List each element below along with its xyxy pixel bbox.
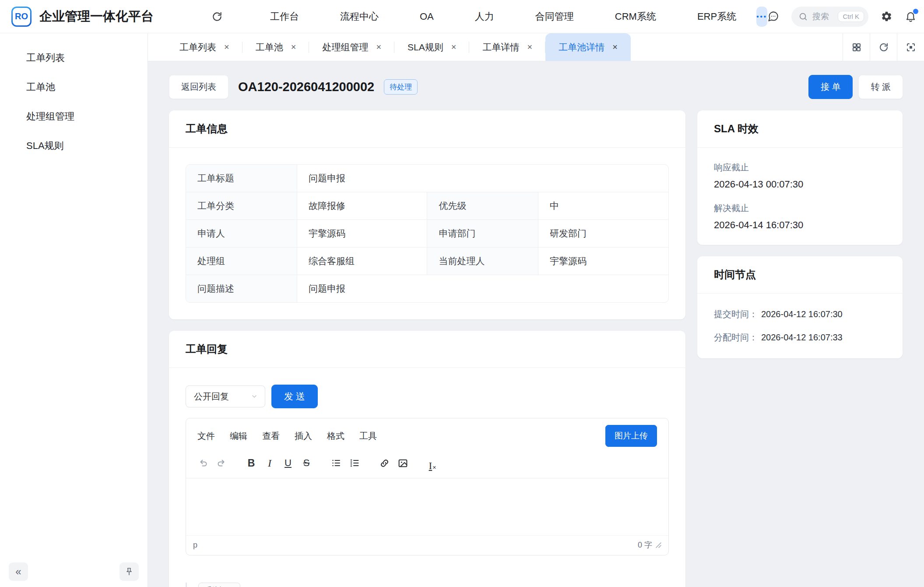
nav-item-process-center[interactable]: 流程中心 <box>340 10 379 23</box>
chevron-down-icon <box>251 393 258 400</box>
numbered-list-icon[interactable] <box>345 454 364 472</box>
timeline-label: 分配时间： <box>714 332 758 343</box>
editor-resize-handle[interactable] <box>656 542 661 548</box>
field-label: 问题描述 <box>186 275 297 303</box>
sidebar: 工单列表 工单池 处理组管理 SLA规则 « <box>0 33 148 587</box>
tab-close-icon[interactable]: × <box>612 42 618 52</box>
tabs: 工单列表 × 工单池 × 处理组管理 × SLA规则 × 工单详情 × <box>166 33 631 61</box>
reply-records: 系统记录 2026-04-12 16:07:33 工单审批通过，进入待处理 <box>186 583 669 587</box>
nav-item-hr[interactable]: 人力 <box>475 10 494 23</box>
timeline-card: 时间节点 提交时间： 2026-04-12 16:07:30 分配时间： 202… <box>697 256 903 358</box>
table-row: 工单分类 故障报修 优先级 中 <box>186 192 668 220</box>
sla-response-label: 响应截止 <box>714 162 886 173</box>
strikethrough-icon[interactable]: S <box>297 454 316 472</box>
tab-label: 处理组管理 <box>322 41 368 53</box>
nav-item-contract[interactable]: 合同管理 <box>535 10 574 23</box>
tab-grid-layout-icon[interactable] <box>843 33 870 61</box>
underline-icon[interactable]: U <box>279 454 297 472</box>
tab-close-icon[interactable]: × <box>224 42 229 52</box>
editor-menu-insert[interactable]: 插入 <box>295 430 312 442</box>
nav-item-erp[interactable]: ERP系统 <box>697 10 736 23</box>
image-upload-button[interactable]: 图片上传 <box>605 425 657 447</box>
field-label: 当前处理人 <box>427 248 538 275</box>
field-value: 故障报修 <box>297 192 427 220</box>
tab-ticket-detail[interactable]: 工单详情 × <box>469 33 545 61</box>
undo-icon[interactable] <box>194 454 212 472</box>
sidebar-item-handler-groups[interactable]: 处理组管理 <box>0 102 148 131</box>
tab-close-icon[interactable]: × <box>527 42 532 52</box>
side-column: SLA 时效 响应截止 2026-04-13 00:07:30 解决截止 202… <box>697 110 903 358</box>
field-label: 优先级 <box>427 192 538 220</box>
sla-response-deadline: 2026-04-13 00:07:30 <box>714 179 886 190</box>
tab-handler-groups[interactable]: 处理组管理 × <box>309 33 394 61</box>
search-input[interactable]: 搜索 Ctrl K <box>791 7 868 27</box>
sidebar-item-sla-rules[interactable]: SLA规则 <box>0 131 148 160</box>
editor-menu-file[interactable]: 文件 <box>197 430 215 442</box>
nav-item-oa[interactable]: OA <box>420 11 434 22</box>
sidebar-item-ticket-list[interactable]: 工单列表 <box>0 43 148 72</box>
field-value: 问题申报 <box>297 165 668 192</box>
table-row: 工单标题 问题申报 <box>186 165 668 192</box>
table-row: 问题描述 问题申报 <box>186 275 668 303</box>
ticket-info-card: 工单信息 工单标题 问题申报 工单分类 <box>169 110 685 319</box>
record-type-badge: 系统记录 <box>198 583 240 587</box>
reply-visibility-value: 公开回复 <box>194 391 229 403</box>
app-logo: RO <box>11 7 32 27</box>
top-nav: 工作台 流程中心 OA 人力 合同管理 CRM系统 ERP系统 <box>270 10 736 23</box>
link-icon[interactable] <box>375 454 393 472</box>
nav-item-crm[interactable]: CRM系统 <box>615 10 656 23</box>
reply-visibility-select[interactable]: 公开回复 <box>186 385 265 407</box>
tab-sla-rules[interactable]: SLA规则 × <box>394 33 469 61</box>
sidebar-pin-icon[interactable] <box>119 562 139 581</box>
editor-menu-format[interactable]: 格式 <box>327 430 344 442</box>
page-header: 返回列表 OA120-2026041200002 待处理 接 单 转 派 <box>169 74 903 99</box>
bold-icon[interactable]: B <box>242 454 260 472</box>
field-value: 宇擎源码 <box>297 220 427 248</box>
search-placeholder: 搜索 <box>812 11 834 22</box>
tab-close-icon[interactable]: × <box>291 42 296 52</box>
tab-fullscreen-icon[interactable] <box>897 33 924 61</box>
accept-ticket-button[interactable]: 接 单 <box>808 75 853 99</box>
transfer-ticket-button[interactable]: 转 派 <box>858 75 903 99</box>
send-reply-button[interactable]: 发 送 <box>271 385 318 408</box>
bullet-list-icon[interactable] <box>327 454 345 472</box>
insert-image-icon[interactable] <box>393 454 412 472</box>
editor-menu-edit[interactable]: 编辑 <box>230 430 247 442</box>
italic-icon[interactable]: I <box>260 454 279 472</box>
tab-close-icon[interactable]: × <box>451 42 457 52</box>
timeline-value: 2026-04-12 16:07:33 <box>761 332 843 343</box>
editor-menu-tools[interactable]: 工具 <box>359 430 377 442</box>
editor-element-path: p <box>193 541 197 550</box>
message-icon[interactable] <box>767 11 779 22</box>
editor-toolbar: B I U S <box>186 453 668 478</box>
editor-menu-view[interactable]: 查看 <box>262 430 280 442</box>
header-right: 搜索 Ctrl K <box>767 7 924 27</box>
tab-label: 工单列表 <box>179 41 216 53</box>
tab-ticket-pool-detail-active[interactable]: 工单池详情 × <box>545 33 631 61</box>
nav-item-workbench[interactable]: 工作台 <box>270 10 299 23</box>
settings-gear-icon[interactable] <box>881 11 892 22</box>
tab-close-icon[interactable]: × <box>376 42 381 52</box>
table-row: 申请人 宇擎源码 申请部门 研发部门 <box>186 220 668 248</box>
editor-content-area[interactable] <box>186 478 668 535</box>
header-actions: 接 单 转 派 <box>808 75 903 99</box>
refresh-icon[interactable] <box>211 11 223 22</box>
clear-format-icon[interactable]: I× <box>423 454 442 472</box>
redo-icon[interactable] <box>212 454 231 472</box>
tab-label: 工单池详情 <box>559 41 604 53</box>
sidebar-item-ticket-pool[interactable]: 工单池 <box>0 72 148 102</box>
nav-more-button[interactable]: ••• <box>756 7 767 27</box>
back-to-list-button[interactable]: 返回列表 <box>169 75 228 99</box>
sidebar-collapse-button[interactable]: « <box>9 562 28 581</box>
rich-text-editor: 文件 编辑 查看 插入 格式 工具 图片上传 <box>186 418 669 555</box>
field-label: 工单标题 <box>186 165 297 192</box>
field-label: 申请人 <box>186 220 297 248</box>
notification-bell-icon[interactable] <box>905 11 917 22</box>
tab-label: SLA规则 <box>408 41 443 53</box>
tab-ticket-pool[interactable]: 工单池 × <box>242 33 309 61</box>
timeline-value: 2026-04-12 16:07:30 <box>761 309 843 319</box>
field-value: 综合客服组 <box>297 248 427 275</box>
tab-ticket-list[interactable]: 工单列表 × <box>166 33 242 61</box>
tab-refresh-icon[interactable] <box>870 33 897 61</box>
sla-card: SLA 时效 响应截止 2026-04-13 00:07:30 解决截止 202… <box>697 110 903 245</box>
